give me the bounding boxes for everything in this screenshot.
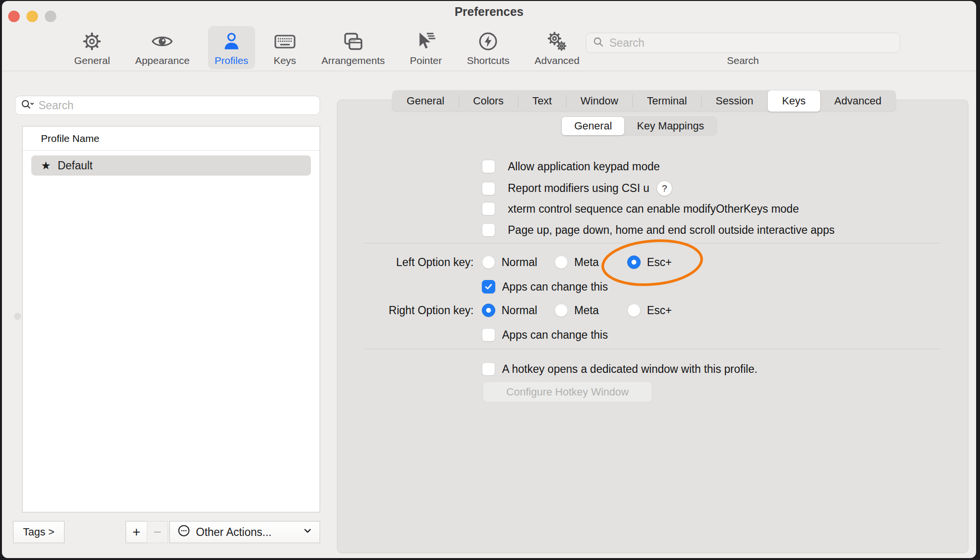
tab-text[interactable]: Text — [518, 90, 566, 112]
checkbox-hotkey-window[interactable] — [482, 362, 495, 376]
tab-general[interactable]: General — [392, 90, 459, 112]
checkbox-row-modify-other-keys: xterm control sequence can enable modify… — [482, 202, 799, 216]
left-option-normal[interactable]: Normal — [482, 255, 554, 269]
profile-list: Profile Name ★ Default — [22, 126, 320, 512]
profile-tab-bar: General Colors Text Window Terminal Sess… — [392, 90, 896, 112]
right-option-meta[interactable]: Meta — [554, 304, 627, 317]
minus-icon: − — [154, 524, 161, 540]
gear-icon — [80, 30, 103, 53]
profile-list-header: Profile Name — [23, 127, 320, 151]
ellipsis-circle-icon — [177, 523, 191, 541]
toolbar-item-advanced[interactable]: Advanced — [528, 26, 586, 69]
left-apps-can-change-label: Apps can change this — [502, 280, 608, 293]
checkbox-csi-u[interactable] — [482, 182, 495, 195]
checkbox-left-apps-can-change[interactable] — [482, 280, 495, 293]
radio-right-meta[interactable] — [554, 304, 568, 317]
star-icon: ★ — [41, 159, 51, 172]
splitter-handle[interactable] — [14, 313, 21, 320]
toolbar-search-input[interactable] — [609, 37, 894, 50]
left-normal-label: Normal — [502, 256, 537, 269]
left-option-esc[interactable]: Esc+ — [627, 255, 700, 269]
remove-profile-button: − — [147, 521, 168, 543]
divider — [364, 349, 940, 349]
left-option-radio-group: Normal Meta Esc+ — [482, 255, 700, 269]
checkbox-page-scroll[interactable] — [482, 223, 495, 237]
search-icon — [592, 36, 605, 50]
toolbar-search-caption: Search — [586, 55, 900, 66]
subtab-general[interactable]: General — [562, 117, 624, 135]
toolbar-item-profiles[interactable]: Profiles — [208, 26, 255, 69]
preferences-window: Preferences General — [2, 1, 976, 558]
toolbar-item-appearance[interactable]: Appearance — [129, 26, 196, 69]
preferences-toolbar: General Appearance Profiles — [67, 26, 586, 69]
toolbar-label-arrangements: Arrangements — [322, 55, 385, 66]
keys-subtab-bar: General Key Mappings — [562, 117, 717, 135]
right-normal-label: Normal — [502, 304, 537, 317]
radio-right-normal[interactable] — [482, 304, 495, 317]
tab-colors[interactable]: Colors — [459, 90, 518, 112]
checkbox-page-scroll-label: Page up, page down, home and end scroll … — [508, 224, 835, 237]
toolbar-label-keys: Keys — [273, 55, 296, 66]
toolbar-label-shortcuts: Shortcuts — [467, 55, 510, 66]
profile-row-default[interactable]: ★ Default — [31, 155, 311, 176]
checkbox-modify-other-keys[interactable] — [482, 202, 495, 216]
tab-terminal[interactable]: Terminal — [632, 90, 701, 112]
plus-icon: + — [132, 524, 140, 540]
subtab-key-mappings[interactable]: Key Mappings — [624, 117, 716, 135]
hotkey-row: A hotkey opens a dedicated window with t… — [482, 362, 758, 376]
checkbox-keypad-label: Allow application keypad mode — [508, 160, 660, 173]
tab-session[interactable]: Session — [701, 90, 768, 112]
chevron-down-icon — [302, 525, 313, 539]
search-menu-icon — [20, 98, 35, 113]
bolt-icon — [477, 30, 500, 53]
checkbox-row-keypad: Allow application keypad mode — [482, 160, 660, 173]
toolbar-label-pointer: Pointer — [410, 55, 442, 66]
other-actions-dropdown[interactable]: Other Actions... — [169, 521, 320, 543]
checkbox-keypad[interactable] — [482, 160, 495, 173]
toolbar-label-general: General — [74, 55, 110, 66]
checkbox-right-apps-can-change[interactable] — [482, 328, 495, 342]
toolbar-item-keys[interactable]: Keys — [267, 26, 303, 69]
checkbox-row-csi-u: Report modifiers using CSI u ? — [482, 181, 672, 196]
tab-advanced[interactable]: Advanced — [820, 90, 896, 112]
configure-hotkey-window-label: Configure Hotkey Window — [506, 386, 629, 398]
profile-search-input[interactable] — [39, 99, 315, 112]
right-meta-label: Meta — [574, 304, 599, 317]
divider — [364, 243, 940, 243]
gears-icon — [545, 30, 568, 53]
toolbar-label-appearance: Appearance — [135, 55, 190, 66]
help-button[interactable]: ? — [657, 181, 672, 196]
hotkey-label: A hotkey opens a dedicated window with t… — [502, 363, 758, 376]
tab-keys[interactable]: Keys — [768, 90, 820, 112]
keyboard-icon — [273, 30, 297, 53]
tags-button-label: Tags > — [23, 526, 54, 538]
right-option-normal[interactable]: Normal — [482, 304, 554, 317]
toolbar-divider — [2, 71, 976, 71]
left-meta-label: Meta — [574, 256, 599, 269]
toolbar-item-pointer[interactable]: Pointer — [403, 26, 449, 69]
tags-button[interactable]: Tags > — [13, 521, 64, 543]
person-icon — [220, 30, 243, 53]
checkbox-row-page-scroll: Page up, page down, home and end scroll … — [482, 223, 835, 237]
radio-left-esc[interactable] — [627, 255, 641, 269]
left-option-meta[interactable]: Meta — [554, 255, 627, 269]
profile-search-field[interactable] — [15, 96, 320, 115]
checkbox-csi-u-label: Report modifiers using CSI u — [508, 182, 649, 195]
add-profile-button[interactable]: + — [126, 521, 147, 543]
radio-left-normal[interactable] — [482, 255, 495, 269]
left-option-key-label: Left Option key: — [305, 256, 474, 269]
radio-right-esc[interactable] — [627, 304, 641, 317]
toolbar-search-field[interactable] — [586, 33, 900, 53]
toolbar-item-shortcuts[interactable]: Shortcuts — [460, 26, 516, 69]
right-option-esc[interactable]: Esc+ — [627, 304, 700, 317]
radio-left-meta[interactable] — [554, 255, 568, 269]
toolbar-item-general[interactable]: General — [67, 26, 117, 69]
right-apps-can-change-row: Apps can change this — [482, 328, 608, 342]
toolbar-label-profiles: Profiles — [215, 55, 248, 66]
windows-icon — [342, 30, 365, 53]
toolbar-item-arrangements[interactable]: Arrangements — [315, 26, 392, 69]
tab-window[interactable]: Window — [566, 90, 632, 112]
other-actions-label: Other Actions... — [196, 526, 302, 539]
window-title: Preferences — [2, 5, 976, 19]
left-apps-can-change-row: Apps can change this — [482, 280, 608, 293]
